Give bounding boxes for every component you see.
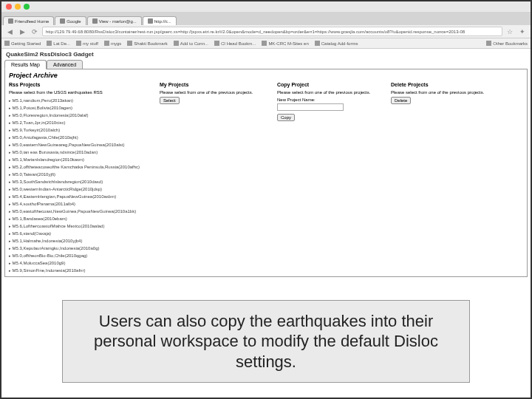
- bookmark-icon: [127, 41, 132, 46]
- slide-caption: Users can also copy the earthquakes into…: [62, 300, 470, 383]
- bookmark-icon: [214, 41, 219, 46]
- column-header: Copy Project: [277, 82, 388, 87]
- copy-button[interactable]: Copy: [277, 114, 295, 121]
- column-header: Rss Projects: [9, 82, 157, 87]
- bookmark-icon: [262, 41, 267, 46]
- url-input[interactable]: http://129.79.49.68:8080/RssDisloc3/cont…: [42, 27, 502, 36]
- bookmark-item[interactable]: CI Head Bookm...: [214, 41, 256, 46]
- delete-projects-column: Delete Projects Please select from one o…: [391, 82, 502, 274]
- panel-title: Project Archive: [9, 72, 523, 79]
- browser-tab-strip: Friendfeed Home Google View - marlon@g..…: [1, 12, 531, 25]
- rss-list-item[interactable]: M5.4,EasternHengtan,PapuaNewGuinea(2010a…: [9, 193, 157, 200]
- rss-list-item[interactable]: M5.1,Halmahe,Indonesia(2010yjb4): [9, 237, 157, 245]
- bookmark-item[interactable]: MK-CRC M-Sites en: [262, 41, 308, 46]
- rss-list-item[interactable]: M5.2,offtheteacoseofthe Kamchatka Penins…: [9, 163, 157, 171]
- folder-icon: [486, 41, 491, 46]
- delete-button[interactable]: Delete: [391, 97, 411, 104]
- forward-button[interactable]: ▶: [17, 27, 27, 37]
- rss-list-item[interactable]: M5.3,SouthSandwichIslandsregion(2010dasd…: [9, 178, 157, 185]
- rss-list-item[interactable]: M5.0,Taiwan(2010yjft): [9, 171, 157, 178]
- rss-list-item[interactable]: M5.1,Potosi,Bolivia(2010agen): [9, 104, 157, 112]
- copy-project-column: Copy Project Please select from one of t…: [277, 82, 388, 274]
- bookmark-star-icon[interactable]: ☆: [505, 27, 515, 37]
- column-subtext: Please select from one of the previous p…: [391, 90, 502, 95]
- url-toolbar: ◀ ▶ ⟳ http://129.79.49.68:8080/RssDisloc…: [1, 25, 531, 38]
- rss-list-item[interactable]: M5.1,MarianIslandregion(2010kasm): [9, 156, 157, 163]
- rss-list-item[interactable]: M5.0,offtheonBio-Bio,Chile(2010qgag): [9, 252, 157, 259]
- url-text: http://129.79.49.68:8080/RssDisloc3/cont…: [46, 30, 465, 34]
- browser-tab[interactable]: Friendfeed Home: [3, 16, 54, 25]
- browser-tab-active[interactable]: http://c...: [143, 16, 177, 25]
- bookmark-item[interactable]: Lat De...: [47, 41, 70, 46]
- bookmark-icon: [76, 41, 81, 46]
- rss-list-item[interactable]: M5.9,Turkeyir(2010alch): [9, 126, 157, 134]
- wrench-icon[interactable]: ✦: [517, 27, 528, 37]
- bookmark-bar: Getting Started Lat De... my stuff mygs …: [1, 38, 531, 49]
- maximize-icon[interactable]: [24, 4, 30, 10]
- bookmark-icon: [4, 41, 10, 46]
- column-subtext: Please select from one of the previous p…: [277, 90, 388, 95]
- rss-list-item[interactable]: M5.9,SimonFine,Indonesia(2010afnr): [9, 267, 157, 274]
- project-archive-panel: Project Archive Rss Projects Please sele…: [4, 69, 528, 277]
- column-subtext: Please select from one of the previous p…: [160, 90, 274, 95]
- new-project-name-input[interactable]: [277, 103, 344, 111]
- column-subtext: Please select from the USGS earthquakes …: [9, 90, 157, 95]
- tab-label: http://c...: [154, 19, 171, 24]
- bookmark-item[interactable]: my stuff: [76, 41, 98, 46]
- rss-projects-column: Rss Projects Please select from the USGS…: [9, 82, 157, 274]
- bookmark-icon: [47, 41, 52, 46]
- tab-label: View - marlon@g...: [99, 19, 137, 24]
- bookmark-icon: [104, 41, 109, 46]
- field-label: New Project Name:: [277, 98, 388, 102]
- browser-tab[interactable]: Google: [55, 16, 86, 25]
- rss-list-item[interactable]: M5.0,Floresregion,Indonesia(2010alaf): [9, 112, 157, 119]
- rss-list-item[interactable]: M5.2,Tuan,Jpr,in(2010cisc): [9, 119, 157, 126]
- rss-list-item[interactable]: M5.6,LofthercoastofMiahce Mexico(2010aal…: [9, 222, 157, 230]
- rss-list-item[interactable]: M5.4,MoluccaSea(2010g9): [9, 259, 157, 267]
- tab-favicon-icon: [8, 18, 13, 24]
- column-header: My Projects: [160, 82, 274, 87]
- bookmark-item[interactable]: mygs: [104, 41, 121, 46]
- rss-list-item[interactable]: M5.1,Bandasea(2010ebam): [9, 215, 157, 222]
- rss-list-item[interactable]: M5.0,eastofthecoast,NewGuinea,PapuaNewGu…: [9, 208, 157, 215]
- select-button[interactable]: Select: [160, 97, 180, 104]
- close-icon[interactable]: [6, 4, 12, 10]
- column-header: Delete Projects: [391, 82, 502, 87]
- rss-list: M5.1,nandium,Peru(2013akan)M5.1,Potosi,B…: [9, 97, 157, 274]
- reload-button[interactable]: ⟳: [30, 27, 40, 37]
- rss-list-item[interactable]: M5.1,nandium,Peru(2013akan): [9, 97, 157, 104]
- mac-window-controls: [1, 1, 531, 12]
- tab-favicon-icon: [148, 18, 153, 24]
- rss-list-item[interactable]: M5.0,ian eas Burusasia,ndsince(2010adan): [9, 149, 157, 156]
- bookmark-item[interactable]: Shakti Bookmark: [127, 41, 167, 46]
- rss-list-item[interactable]: M5.3,KepulaurAramgku,Indonesia(2010a0g): [9, 245, 157, 252]
- bookmark-icon: [174, 41, 179, 46]
- tab-label: Friendfeed Home: [15, 19, 49, 24]
- back-button[interactable]: ◀: [4, 27, 15, 37]
- browser-tab[interactable]: View - marlon@g...: [87, 16, 142, 25]
- my-projects-column: My Projects Please select from one of th…: [160, 82, 274, 274]
- bookmark-item[interactable]: Catalog Add-forms: [315, 41, 358, 46]
- app-title: QuakeSim2 RssDisloc3 Gadget: [1, 49, 531, 60]
- bookmark-item[interactable]: Getting Started: [4, 41, 41, 46]
- minimize-icon[interactable]: [15, 4, 21, 10]
- tab-label: Google: [66, 19, 81, 24]
- rss-list-item[interactable]: M5.0,easternNewGuineareg,PapuaNewGuinea(…: [9, 141, 157, 149]
- rss-list-item[interactable]: M5.6,stand(Oaxaja): [9, 230, 157, 237]
- tab-favicon-icon: [92, 18, 98, 24]
- bookmark-item[interactable]: Add to Conn...: [174, 41, 208, 46]
- rss-list-item[interactable]: M5.0,westernIndian-AntarcticRidge(2010jd…: [9, 185, 157, 193]
- other-bookmarks[interactable]: Other Bookmarks: [486, 41, 528, 46]
- bookmark-icon: [315, 41, 320, 46]
- tab-favicon-icon: [60, 18, 65, 24]
- rss-list-item[interactable]: M5.4,southofPanama(2011alb4): [9, 200, 157, 208]
- rss-list-item[interactable]: M5.0,Antofagasta,Chile(2010ajht): [9, 134, 157, 141]
- tab-results-map[interactable]: Results Map: [4, 60, 47, 69]
